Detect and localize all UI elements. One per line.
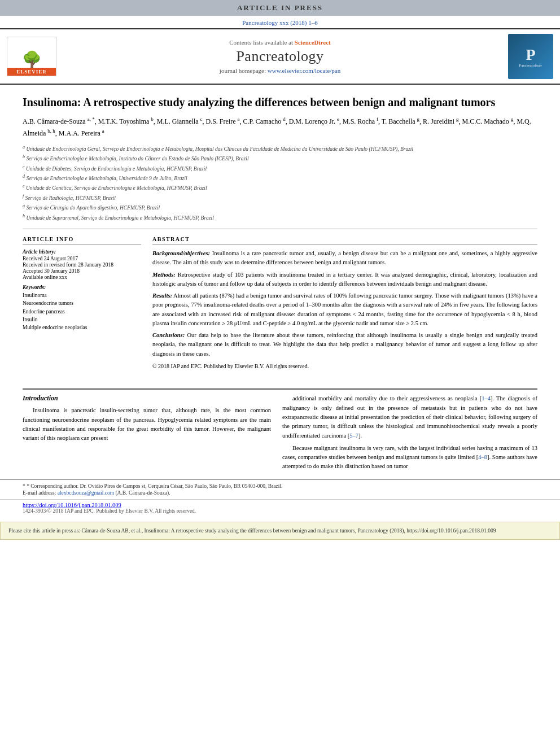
- intro-para1-right: additional morbidity and mortality due t…: [282, 394, 537, 440]
- keyword-multiple-endocrine: Multiple endocrine neoplasias: [23, 324, 141, 331]
- corresponding-footnote: * * Corresponding author. Dr. Ovidio Pir…: [23, 483, 537, 489]
- article-title: Insulinoma: A retrospective study analyz…: [23, 95, 537, 110]
- received-revised-date: Received in revised form 28 January 2018: [23, 262, 141, 268]
- bottom-links: https://doi.org/10.1016/j.pan.2018.01.00…: [0, 499, 560, 516]
- abstract-text: Background/objectives: Insulinoma is a r…: [152, 249, 537, 370]
- abstract-background-label: Background/objectives:: [152, 250, 210, 256]
- doi-anchor[interactable]: https://doi.org/10.1016/j.pan.2018.01.00…: [23, 502, 121, 508]
- abstract-methods-label: Methods:: [152, 272, 176, 278]
- citation-text: Please cite this article in press as: Câ…: [8, 528, 496, 534]
- affiliation-f: f Serviço de Radiologia, HCFMUSP, Brazil: [23, 193, 537, 202]
- introduction-heading: Introduction: [23, 394, 271, 403]
- article-history: Article history: Received 24 August 2017…: [23, 249, 141, 280]
- email-link[interactable]: alexbcdsouza@gmail.com: [58, 490, 114, 496]
- ref-link-5-7[interactable]: 5–7: [349, 433, 358, 439]
- keyword-insulinoma: Insulinoma: [23, 291, 141, 299]
- abstract-results-label: Results:: [152, 292, 172, 299]
- footnotes-section: * * Corresponding author. Dr. Ovidio Pir…: [0, 479, 560, 499]
- article-info-column: ARTICLE INFO Article history: Received 2…: [23, 236, 141, 370]
- doi-link[interactable]: https://doi.org/10.1016/j.pan.2018.01.00…: [23, 502, 537, 508]
- main-content: Insulinoma: A retrospective study analyz…: [0, 85, 560, 384]
- homepage-label: journal homepage:: [220, 67, 266, 74]
- journal-header: 🌳 ELSEVIER Contents lists available at S…: [0, 28, 560, 85]
- sciencedirect-text: Contents lists available at ScienceDirec…: [64, 39, 496, 46]
- copyright-line: © 2018 IAP and EPC. Published by Elsevie…: [152, 362, 537, 371]
- elsevier-label: ELSEVIER: [7, 68, 56, 76]
- issn-line: 1424-3903/© 2018 IAP and EPC. Published …: [23, 508, 537, 514]
- corresponding-text: * Corresponding author. Dr. Ovidio Pires…: [27, 483, 282, 489]
- email-footnote: E-mail address: alexbcdsouza@gmail.com (…: [23, 490, 537, 496]
- abstract-column: ABSTRACT Background/objectives: Insulino…: [152, 236, 537, 370]
- journal-center-info: Contents lists available at ScienceDirec…: [64, 39, 496, 74]
- article-info-abstract-section: ARTICLE INFO Article history: Received 2…: [23, 229, 537, 370]
- body-separator: [23, 388, 537, 390]
- abstract-conclusions: Conclusions: Our data help to base the l…: [152, 331, 537, 359]
- homepage-link[interactable]: www.elsevier.com/locate/pan: [268, 67, 340, 74]
- authors-line: A.B. Câmara-de-Souza a, *, M.T.K. Toyosh…: [23, 115, 537, 139]
- pancreatology-badge: P Pancreatology: [502, 34, 553, 79]
- journal-homepage: journal homepage: www.elsevier.com/locat…: [64, 67, 496, 74]
- email-label: E-mail address:: [23, 490, 56, 496]
- body-right-column: additional morbidity and mortality due t…: [282, 394, 537, 474]
- intro-para2-right: Because malignant insulinoma is very rar…: [282, 444, 537, 471]
- keywords-section: Keywords: Insulinoma Neuroendocrine tumo…: [23, 285, 141, 331]
- abstract-heading: ABSTRACT: [152, 236, 537, 244]
- pancreatology-p-icon: P: [526, 46, 535, 64]
- keyword-endocrine-pancreas: Endocrine pancreas: [23, 308, 141, 316]
- introduction-text-left: Insulinoma is pancreatic insulin-secreti…: [23, 406, 271, 443]
- abstract-conclusions-label: Conclusions:: [152, 332, 185, 338]
- affiliation-h: h Unidade de Suprarrenal, Serviço de End…: [23, 213, 537, 222]
- pancreatology-badge-label: Pancreatology: [519, 64, 542, 67]
- doi-reference-line: Pancreatology xxx (2018) 1–6: [0, 16, 560, 28]
- available-online: Available online xxx: [23, 274, 141, 280]
- history-label: Article history:: [23, 249, 141, 255]
- elsevier-tree-icon: 🌳: [22, 52, 42, 68]
- keywords-label: Keywords:: [23, 285, 141, 290]
- intro-para1: Insulinoma is pancreatic insulin-secreti…: [23, 406, 271, 443]
- contents-label: Contents lists available at: [229, 39, 293, 46]
- abstract-methods: Methods: Retrospective study of 103 pati…: [152, 270, 537, 289]
- affiliation-b: b Serviço de Endocrinologia e Metabologi…: [23, 154, 537, 163]
- accepted-date: Accepted 30 January 2018: [23, 268, 141, 274]
- elsevier-logo: 🌳 ELSEVIER: [7, 37, 58, 76]
- ref-link-1-4[interactable]: 1–4: [482, 395, 491, 401]
- journal-title: Pancreatology: [64, 48, 496, 65]
- abstract-background: Background/objectives: Insulinoma is a r…: [152, 249, 537, 268]
- keywords-list: Insulinoma Neuroendocrine tumors Endocri…: [23, 291, 141, 331]
- email-who: (A.B. Câmara-de-Souza).: [115, 490, 170, 496]
- affiliation-d: d Serviço de Endocrinologia e Metabologi…: [23, 173, 537, 182]
- affiliation-a: a Unidade de Endocrinologia Geral, Servi…: [23, 144, 537, 153]
- affiliation-c: c Unidade de Diabetes, Serviço de Endocr…: [23, 164, 537, 173]
- keyword-neuroendocrine: Neuroendocrine tumors: [23, 299, 141, 307]
- citation-box: Please cite this article in press as: Câ…: [0, 522, 560, 540]
- affiliation-e: e Unidade de Genética, Serviço de Endocr…: [23, 183, 537, 192]
- affiliations: a Unidade de Endocrinologia Geral, Servi…: [23, 144, 537, 222]
- article-info-heading: ARTICLE INFO: [23, 236, 141, 244]
- keyword-insulin: Insulin: [23, 316, 141, 324]
- article-in-press-banner: ARTICLE IN PRESS: [0, 0, 560, 16]
- body-area: Introduction Insulinoma is pancreatic in…: [0, 394, 560, 474]
- received-date: Received 24 August 2017: [23, 256, 141, 261]
- introduction-text-right: additional morbidity and mortality due t…: [282, 394, 537, 471]
- abstract-results: Results: Almost all patients (87%) had a…: [152, 291, 537, 328]
- sciencedirect-link[interactable]: ScienceDirect: [295, 39, 331, 46]
- corresponding-star: *: [23, 483, 25, 489]
- affiliation-g: g Serviço de Cirurgia do Aparelho digest…: [23, 203, 537, 212]
- body-left-column: Introduction Insulinoma is pancreatic in…: [23, 394, 271, 474]
- ref-link-4-8[interactable]: 4–8: [478, 454, 487, 460]
